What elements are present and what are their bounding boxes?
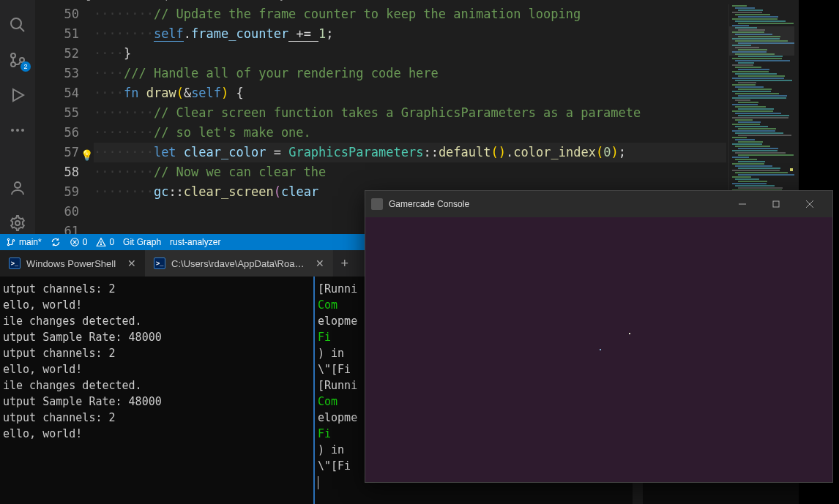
status-gitgraph[interactable]: Git Graph xyxy=(123,237,161,247)
code-comment: // Update the frame counter to keep the … xyxy=(154,7,581,21)
account-icon[interactable] xyxy=(7,178,28,198)
powershell-icon: >_ xyxy=(154,257,165,269)
chevron-right-icon: › xyxy=(64,0,70,1)
settings-gear-icon[interactable] xyxy=(7,213,28,233)
line-number: 51 xyxy=(35,24,79,44)
terminal-pane-left[interactable]: utput channels: 2 ello, world! ile chang… xyxy=(0,277,315,504)
powershell-icon: >_ xyxy=(9,257,20,269)
number: 1 xyxy=(318,26,326,41)
terminal-line: utput channels: 2 xyxy=(3,345,310,361)
minimize-button[interactable] xyxy=(726,191,759,217)
svg-point-9 xyxy=(15,182,20,188)
line-number: 60 xyxy=(35,202,79,222)
game-pixel xyxy=(629,333,630,334)
svg-point-12 xyxy=(7,244,9,245)
scrollbar-marker xyxy=(790,168,793,171)
close-icon[interactable]: ✕ xyxy=(127,257,136,269)
line-number: 57 xyxy=(35,143,79,162)
editor-gutter[interactable]: 50 51 52 53 54 55 56 57 58 59 60 61 xyxy=(35,4,94,234)
more-icon[interactable] xyxy=(7,120,28,140)
code-comment: // so let's make one. xyxy=(154,125,311,140)
add-terminal-button[interactable]: + xyxy=(333,256,356,271)
game-pixel xyxy=(600,349,601,350)
line-number: 58 xyxy=(35,162,79,182)
terminal-line: ello, world! xyxy=(3,426,310,442)
terminal-line: ello, world! xyxy=(3,361,310,377)
operator: += xyxy=(288,26,318,42)
game-canvas[interactable] xyxy=(365,217,832,482)
crumb-file: ⊙ game.rs xyxy=(72,0,126,1)
fn-name: draw xyxy=(138,86,176,100)
source-control-icon[interactable]: 2 xyxy=(7,50,28,70)
rust-file-icon: ⊙ xyxy=(72,0,83,1)
line-number: 50 xyxy=(35,4,79,24)
warning-icon xyxy=(96,237,106,247)
terminal-tab-powershell[interactable]: >_ Windows PowerShell ✕ xyxy=(0,250,145,277)
fn-call: default xyxy=(439,145,491,159)
svg-point-0 xyxy=(11,18,21,29)
crumb-folder: src xyxy=(41,0,58,1)
window-title: Gamercade Console xyxy=(389,199,469,209)
line-number: 55 xyxy=(35,103,79,123)
window-titlebar[interactable]: Gamercade Console xyxy=(365,191,832,217)
terminal-line: utput channels: 2 xyxy=(3,410,310,426)
terminal-tab-label: Windows PowerShell xyxy=(26,258,116,269)
terminal-line: ile changes detected. xyxy=(3,377,310,394)
line-number: 54 xyxy=(35,83,79,103)
terminal-tab-label: C:\Users\rdave\AppData\Roa… xyxy=(171,258,304,269)
line-number: 53 xyxy=(35,64,79,83)
error-icon xyxy=(70,237,80,247)
number: 0 xyxy=(603,145,611,159)
status-branch[interactable]: main* xyxy=(6,237,42,247)
sync-icon xyxy=(51,237,61,247)
git-branch-icon xyxy=(6,237,16,247)
scm-badge: 2 xyxy=(20,61,31,72)
type: GraphicsParameters xyxy=(288,145,423,159)
svg-point-2 xyxy=(11,53,15,58)
terminal-line: ile changes detected. xyxy=(3,313,310,329)
fn-call: color_index xyxy=(513,145,596,159)
svg-point-13 xyxy=(12,240,14,241)
field: frame_counter xyxy=(191,26,288,41)
terminal-cursor xyxy=(318,476,318,489)
terminal-line: utput Sample Rate: 48000 xyxy=(3,394,310,410)
close-icon[interactable]: ✕ xyxy=(316,257,324,269)
svg-point-8 xyxy=(21,129,24,132)
keyword-let: let xyxy=(154,145,176,159)
fn-call: clear_screen xyxy=(184,184,274,199)
gamercade-window[interactable]: Gamercade Console xyxy=(365,190,833,483)
chevron-right-icon: › xyxy=(132,0,138,1)
svg-point-6 xyxy=(11,129,14,132)
terminal-line: ello, world! xyxy=(3,297,310,313)
code-comment: // Now we can clear the xyxy=(154,165,326,179)
terminal-tab-path[interactable]: >_ C:\Users\rdave\AppData\Roa… ✕ xyxy=(145,250,333,277)
search-icon[interactable] xyxy=(7,15,28,35)
crumb-fn: ⊡ draw xyxy=(323,0,359,1)
terminal-line: utput channels: 2 xyxy=(3,281,310,297)
minimap-viewport[interactable] xyxy=(729,26,794,56)
svg-marker-5 xyxy=(13,89,23,101)
status-sync[interactable] xyxy=(51,237,61,247)
run-debug-icon[interactable] xyxy=(7,85,28,105)
terminal-line: utput Sample Rate: 48000 xyxy=(3,329,310,345)
svg-point-18 xyxy=(101,244,102,244)
lightbulb-icon[interactable]: 💡 xyxy=(81,146,93,165)
method-icon: ⊡ xyxy=(323,0,333,1)
maximize-button[interactable] xyxy=(759,191,793,217)
status-errors[interactable]: 0 xyxy=(70,237,88,247)
keyword-self: self xyxy=(154,26,184,42)
app-icon xyxy=(371,198,383,210)
keyword-fn: fn xyxy=(124,86,138,100)
variable: clear_color xyxy=(176,145,266,159)
brackets-icon: {} xyxy=(141,0,151,1)
chevron-right-icon: › xyxy=(314,0,320,1)
svg-point-3 xyxy=(11,62,15,67)
status-rust-analyzer[interactable]: rust-analyzer xyxy=(170,237,220,247)
code-comment: // Clear screen function takes a Graphic… xyxy=(154,105,641,120)
close-button[interactable] xyxy=(793,191,827,217)
code-doc-comment: /// Handle all of your rendering code he… xyxy=(124,66,439,80)
status-warnings[interactable]: 0 xyxy=(96,237,114,247)
svg-rect-20 xyxy=(773,201,779,207)
line-number: 56 xyxy=(35,123,79,143)
svg-point-11 xyxy=(7,238,9,240)
